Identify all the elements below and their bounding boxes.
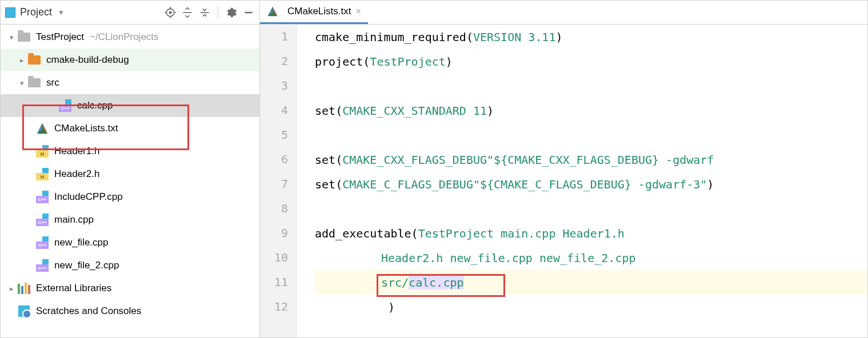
- cpp-file-icon: C++: [58, 98, 73, 113]
- tree-item-header2[interactable]: H Header2.h: [1, 163, 259, 186]
- tree-item-cmakelists[interactable]: CMakeLists.txt: [1, 117, 259, 140]
- line-gutter: 1 2 3 4 5 6 7 8 9 10 11 12: [260, 25, 297, 337]
- hide-icon[interactable]: [242, 6, 255, 19]
- code-line[interactable]: add_executable(TestProject main.cpp Head…: [315, 221, 867, 246]
- chevron-down-icon[interactable]: [6, 33, 17, 42]
- tree-label: External Libraries: [36, 283, 111, 294]
- chevron-right-icon[interactable]: [6, 284, 17, 293]
- cmake-file-icon: [267, 6, 278, 17]
- tree-item-calc[interactable]: C++ calc.cpp: [1, 94, 259, 117]
- line-number: 10: [260, 246, 288, 270]
- folder-icon: [17, 30, 31, 45]
- locate-icon[interactable]: [164, 6, 177, 19]
- project-tree[interactable]: TestProject ~/CLionProjects cmake-build-…: [1, 25, 259, 337]
- cmake-file-icon: [35, 121, 50, 136]
- cpp-file-icon: C++: [35, 190, 50, 204]
- project-sidebar: Project ▼ TestProject ~/CLionProjects: [1, 1, 260, 337]
- line-number: 3: [260, 74, 288, 98]
- project-tool-icon: [5, 7, 15, 18]
- tree-label: IncludeCPP.cpp: [54, 191, 123, 203]
- code-line[interactable]: set(CMAKE_CXX_FLAGS_DEBUG "${CMAKE_CXX_F…: [315, 147, 867, 172]
- tree-item-newfile2[interactable]: C++ new_file_2.cpp: [1, 254, 259, 277]
- tree-label: TestProject: [36, 31, 84, 43]
- line-number: 4: [260, 98, 288, 123]
- settings-icon[interactable]: [225, 6, 238, 19]
- expand-all-icon[interactable]: [181, 6, 194, 19]
- code-line[interactable]: cmake_minimum_required(VERSION 3.11): [315, 25, 867, 49]
- tree-item-build[interactable]: cmake-build-debug: [1, 49, 259, 71]
- tree-path: ~/CLionProjects: [90, 31, 158, 43]
- line-number: 6: [260, 147, 288, 172]
- toolbar-divider: [218, 6, 218, 19]
- editor-pane: CMakeLists.txt × 1 2 3 4 5 6 7 8 9 10 11…: [260, 1, 867, 337]
- cpp-file-icon: C++: [35, 235, 50, 250]
- tree-root[interactable]: TestProject ~/CLionProjects: [1, 26, 259, 49]
- code-line[interactable]: set(CMAKE_CXX_STANDARD 11): [315, 98, 867, 123]
- cpp-file-icon: C++: [35, 212, 50, 227]
- line-number: 9: [260, 221, 288, 246]
- libraries-icon: [17, 281, 31, 296]
- chevron-down-icon[interactable]: [17, 79, 27, 87]
- svg-point-1: [169, 11, 171, 13]
- tree-label: Header1.h: [54, 146, 99, 157]
- tree-label: main.cpp: [54, 214, 94, 226]
- code-line[interactable]: ): [315, 295, 867, 319]
- tree-label: CMakeLists.txt: [54, 123, 118, 134]
- chevron-right-icon[interactable]: [17, 56, 27, 65]
- tab-label: CMakeLists.txt: [287, 6, 351, 17]
- code-line[interactable]: [315, 74, 867, 98]
- editor-body[interactable]: 1 2 3 4 5 6 7 8 9 10 11 12 cmake_minimum…: [260, 25, 867, 337]
- line-number: 1: [260, 25, 288, 49]
- tree-label: Header2.h: [54, 168, 99, 180]
- line-number: 12: [260, 295, 288, 319]
- cpp-file-icon: C++: [35, 258, 50, 273]
- sidebar-toolbar: Project ▼: [1, 1, 259, 25]
- tree-item-scratches[interactable]: Scratches and Consoles: [1, 300, 259, 323]
- tree-label: src: [46, 77, 59, 88]
- folder-icon: [27, 53, 42, 67]
- line-number: 5: [260, 123, 288, 147]
- h-file-icon: H: [35, 144, 50, 159]
- tree-label: calc.cpp: [77, 100, 113, 111]
- tree-label: new_file_2.cpp: [54, 260, 119, 271]
- code-area[interactable]: cmake_minimum_required(VERSION 3.11) pro…: [297, 25, 867, 337]
- folder-icon: [27, 75, 42, 90]
- code-line[interactable]: src/calc.cpp: [315, 270, 867, 295]
- code-line[interactable]: set(CMAKE_C_FLAGS_DEBUG "${CMAKE_C_FLAGS…: [315, 172, 867, 196]
- tree-label: cmake-build-debug: [46, 54, 129, 66]
- tree-item-newfile[interactable]: C++ new_file.cpp: [1, 231, 259, 254]
- tree-label: new_file.cpp: [54, 237, 109, 248]
- editor-tab[interactable]: CMakeLists.txt ×: [260, 1, 368, 24]
- line-number: 2: [260, 49, 288, 74]
- tree-item-header1[interactable]: H Header1.h: [1, 140, 259, 163]
- project-tool-label[interactable]: Project: [20, 6, 52, 18]
- tree-item-external-libs[interactable]: External Libraries: [1, 277, 259, 300]
- scratches-icon: [17, 304, 31, 319]
- code-line[interactable]: [315, 196, 867, 221]
- line-number: 8: [260, 196, 288, 221]
- h-file-icon: H: [35, 167, 50, 182]
- project-view-dropdown-icon[interactable]: ▼: [58, 9, 65, 17]
- collapse-all-icon[interactable]: [198, 6, 211, 19]
- editor-tabs: CMakeLists.txt ×: [260, 1, 867, 25]
- tree-item-src[interactable]: src: [1, 71, 259, 94]
- line-number: 7: [260, 172, 288, 196]
- tree-label: Scratches and Consoles: [36, 305, 141, 317]
- line-number: 11: [260, 270, 288, 295]
- code-line[interactable]: Header2.h new_file.cpp new_file_2.cpp: [315, 246, 867, 270]
- code-line[interactable]: project(TestProject): [315, 49, 867, 74]
- code-line[interactable]: [315, 123, 867, 147]
- tree-item-includecpp[interactable]: C++ IncludeCPP.cpp: [1, 186, 259, 208]
- tree-item-main[interactable]: C++ main.cpp: [1, 208, 259, 231]
- close-icon[interactable]: ×: [355, 6, 361, 17]
